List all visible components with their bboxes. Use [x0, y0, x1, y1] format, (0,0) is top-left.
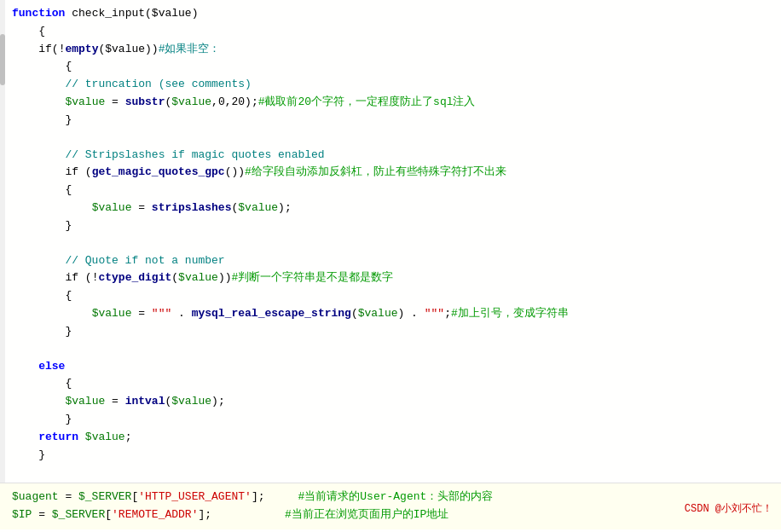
code-token: stripslashes	[152, 201, 232, 214]
code-token: {	[12, 377, 72, 390]
code-token: {	[12, 183, 72, 196]
code-token: (	[171, 271, 178, 284]
code-token: #加上引号，变成字符串	[451, 307, 569, 320]
code-token: intval	[125, 395, 165, 408]
code-token	[12, 43, 38, 55]
code-token: ,0,20);	[211, 95, 258, 108]
code-line: $IP = $_SERVER['REMOTE_ADDR']; #当前正在浏览页面…	[12, 506, 781, 524]
code-token: if	[65, 271, 78, 284]
code-token	[12, 395, 65, 408]
code-token: return	[12, 431, 78, 443]
code-line: function check_input($value)	[12, 5, 781, 23]
code-token: ) .	[398, 307, 425, 320]
code-token: );	[278, 201, 292, 214]
code-token: ];	[252, 490, 285, 503]
code-token: =	[105, 395, 124, 408]
code-token: {	[12, 25, 45, 38]
bottom-code-section: CSDN @小刘不忙！ $uagent = $_SERVER['HTTP_USE…	[0, 483, 781, 529]
code-token: """	[152, 307, 171, 320]
code-token	[12, 165, 65, 178]
code-token: ctype_digit	[98, 271, 171, 284]
code-token: (	[78, 165, 92, 178]
code-token: }	[12, 448, 45, 461]
code-line: $value = """ . mysql_real_escape_string(…	[12, 305, 781, 323]
code-line: if(!empty($value))#如果非空：	[12, 41, 781, 59]
code-line: }	[12, 411, 781, 429]
code-token: ];	[198, 508, 271, 521]
code-token	[12, 271, 65, 284]
code-line: // truncation (see comments)	[12, 76, 781, 94]
code-token: $value	[238, 201, 278, 214]
watermark-text: CSDN @小刘不忙！	[685, 501, 772, 518]
code-token: =	[105, 95, 124, 108]
code-token: #当前请求的User-Agent：头部的内容	[285, 490, 493, 503]
code-line	[12, 130, 781, 147]
code-token: $value	[85, 431, 125, 443]
code-token: $value	[358, 307, 398, 320]
code-token: $_SERVER	[78, 490, 131, 503]
bottom-code-lines: CSDN @小刘不忙！ $uagent = $_SERVER['HTTP_USE…	[0, 489, 781, 524]
code-token	[78, 431, 85, 443]
code-token: 'REMOTE_ADDR'	[112, 508, 198, 521]
code-lines: function check_input($value) { if(!empty…	[0, 5, 781, 477]
code-line: }	[12, 217, 781, 235]
code-token: get_magic_quotes_gpc	[92, 165, 225, 178]
code-token: }	[12, 113, 72, 126]
code-line	[12, 341, 781, 358]
code-token: =	[131, 307, 151, 320]
code-line: // Quote if not a number	[12, 252, 781, 270]
code-token	[12, 95, 65, 108]
code-token: {	[12, 289, 72, 302]
code-token: ))	[218, 271, 232, 284]
code-line: $value = substr($value,0,20);#截取前20个字符，一…	[12, 94, 781, 112]
code-token: if	[38, 43, 52, 55]
code-token: ($value))	[98, 43, 158, 55]
code-token: .	[171, 307, 191, 320]
code-token: $uagent	[12, 490, 59, 503]
code-token: ;	[125, 431, 132, 443]
scrollbar[interactable]	[0, 0, 5, 483]
code-token: [	[105, 508, 112, 521]
code-token: mysql_real_escape_string	[192, 307, 351, 320]
code-token: $value	[171, 95, 211, 108]
code-token: function	[12, 7, 65, 20]
code-line: }	[12, 447, 781, 465]
code-line: {	[12, 182, 781, 200]
code-token: $value	[178, 271, 218, 284]
code-token: $value	[92, 307, 132, 320]
code-token: if	[65, 165, 78, 178]
code-token: (!	[78, 271, 98, 284]
code-token: // truncation (see comments)	[12, 78, 252, 90]
code-token: """	[425, 307, 444, 320]
code-token: #给字段自动添加反斜杠，防止有些特殊字符打不出来	[245, 165, 506, 178]
code-token: $value	[92, 201, 132, 214]
code-token: (	[351, 307, 358, 320]
code-token: 'HTTP_USER_AGENT'	[138, 490, 252, 503]
code-token	[12, 307, 92, 320]
code-token: empty	[65, 43, 98, 55]
code-line: return $value;	[12, 429, 781, 447]
code-token: // Stripslashes if magic quotes enabled	[12, 148, 325, 161]
code-block: function check_input($value) { if(!empty…	[0, 0, 781, 483]
code-line: }	[12, 112, 781, 130]
code-line: if (!ctype_digit($value))#判断一个字符串是不是都是数字	[12, 269, 781, 287]
code-token: substr	[125, 95, 165, 108]
code-line: {	[12, 23, 781, 41]
code-token: $value	[65, 95, 105, 108]
code-token: (!	[52, 43, 66, 55]
code-token: );	[211, 395, 225, 408]
code-line: $value = intval($value);	[12, 393, 781, 411]
code-line: $uagent = $_SERVER['HTTP_USER_AGENT']; #…	[12, 489, 781, 506]
code-line: $value = stripslashes($value);	[12, 200, 781, 217]
code-token: =	[131, 201, 151, 214]
code-token: $value	[171, 395, 211, 408]
code-token: $IP	[12, 508, 32, 521]
code-line: else	[12, 358, 781, 376]
code-token: #如果非空：	[159, 43, 221, 55]
code-token: ())	[225, 165, 245, 178]
code-token	[12, 201, 92, 214]
scroll-thumb[interactable]	[0, 34, 5, 85]
code-line: if (get_magic_quotes_gpc())#给字段自动添加反斜杠，防…	[12, 164, 781, 182]
code-token: #判断一个字符串是不是都是数字	[232, 271, 394, 284]
code-token: ;	[444, 307, 451, 320]
